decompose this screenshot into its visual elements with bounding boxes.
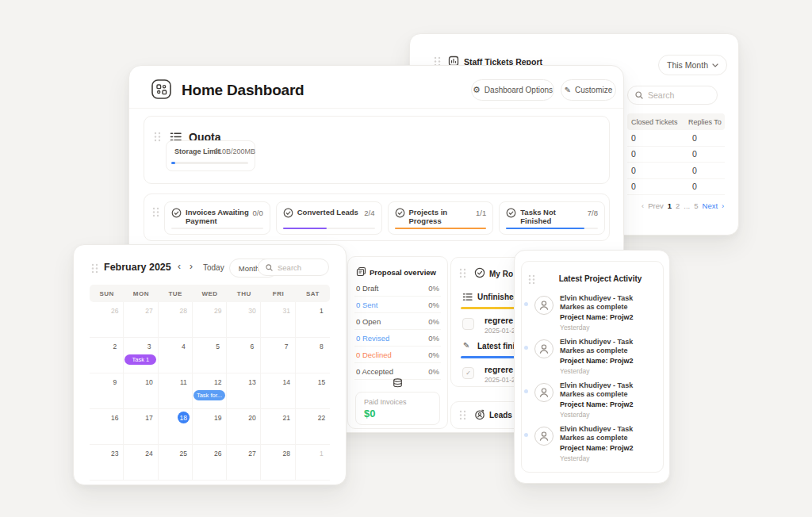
task-checkbox-checked[interactable]: ✓ [462, 367, 474, 379]
drag-handle-icon[interactable] [154, 132, 161, 142]
day-number: 7 [281, 340, 293, 352]
calendar-day-cell[interactable]: 26 [90, 302, 124, 338]
calendar-day-cell[interactable]: 17 [124, 409, 158, 445]
calendar-month-title: February 2025 [104, 262, 171, 273]
calendar-day-cell[interactable]: 20 [227, 409, 261, 445]
calendar-day-cell[interactable]: 27 [124, 302, 158, 338]
calendar-day-cell[interactable]: 27 [227, 445, 261, 481]
stat-value: 1/1 [476, 209, 486, 217]
calendar-day-cell[interactable]: 13 [227, 373, 261, 409]
proposal-row[interactable]: 0 Open 0% [354, 313, 441, 330]
calendar-day-cell[interactable]: 30 [227, 302, 261, 338]
calendar-day-cell[interactable]: 24 [124, 445, 158, 481]
proposal-row[interactable]: 0 Revised 0% [354, 330, 441, 347]
calendar-prev-icon[interactable]: ‹ [178, 261, 181, 272]
activity-item[interactable]: Elvin Khudiyev - Task Markes as complete… [522, 425, 663, 469]
calendar-day-cell[interactable]: 26 [193, 445, 227, 481]
stat-card[interactable]: Projects in Progress 1/1 [388, 201, 494, 235]
day-number: 4 [178, 340, 190, 352]
calendar-day-cell[interactable]: 16 [90, 409, 124, 445]
person-circle-icon [534, 296, 553, 315]
task-title[interactable]: regrere [485, 365, 513, 374]
table-row[interactable]: 0 0 [627, 179, 725, 196]
stat-progress-fill [283, 228, 327, 230]
calendar-day-cell[interactable]: 2 [90, 338, 124, 373]
activity-item[interactable]: Elvin Khudiyev - Task Markes as complete… [522, 381, 663, 425]
calendar-day-cell[interactable]: 22 [296, 409, 330, 445]
calendar-day-cell[interactable]: 18 [159, 409, 193, 445]
customize-button[interactable]: ✎ Customize [561, 79, 616, 101]
calendar-day-cell[interactable]: 21 [261, 409, 295, 445]
drag-handle-icon[interactable] [528, 274, 535, 285]
customize-label: Customize [575, 86, 612, 94]
proposal-row[interactable]: 0 Declined 0% [354, 347, 441, 363]
drag-handle-icon[interactable] [459, 268, 466, 278]
day-number: 12 [212, 376, 224, 388]
calendar-day-cell[interactable]: 28 [159, 302, 193, 338]
calendar-event-chip[interactable]: Task 1 [124, 354, 156, 365]
day-number: 24 [144, 447, 155, 459]
calendar-day-cell[interactable]: 11 [159, 373, 193, 409]
table-row[interactable]: 0 0 [627, 163, 725, 179]
calendar-day-cell[interactable]: 12 Task for... [193, 373, 227, 409]
drag-handle-icon[interactable] [152, 207, 159, 217]
proposal-row[interactable]: 0 Sent 0% [354, 297, 441, 313]
period-selector-label: This Month [667, 60, 708, 70]
next-arrow-icon[interactable]: › [722, 201, 724, 210]
day-number: 25 [178, 447, 190, 459]
proposal-row[interactable]: 0 Draft 0% [354, 280, 441, 297]
day-header: WED [193, 290, 227, 297]
calendar-day-cell[interactable]: 19 [193, 409, 227, 445]
calendar-day-cell[interactable]: 15 [296, 373, 330, 409]
next-button[interactable]: Next [703, 201, 718, 210]
page-number[interactable]: 2 [676, 201, 680, 210]
calendar-day-cell[interactable]: 29 [193, 302, 227, 338]
prev-button[interactable]: Prev [648, 201, 664, 210]
calendar-day-cell[interactable]: 23 [90, 445, 124, 481]
calendar-day-cell[interactable]: 25 [159, 445, 193, 481]
calendar-day-cell[interactable]: 28 [261, 445, 295, 481]
calendar-day-cell[interactable]: 10 [124, 373, 158, 409]
calendar-next-icon[interactable]: › [190, 261, 193, 272]
calendar-day-cell[interactable]: 31 [261, 302, 295, 338]
page-number[interactable]: 5 [694, 201, 698, 210]
calendar-day-cell[interactable]: 9 [90, 373, 124, 409]
day-number: 28 [178, 304, 190, 316]
calendar-day-cell[interactable]: 8 [296, 338, 330, 373]
calendar-day-cell[interactable]: 1 [296, 302, 330, 338]
activity-item[interactable]: Elvin Khudiyev - Task Markes as complete… [522, 294, 663, 338]
drag-handle-icon[interactable] [459, 410, 466, 420]
calendar-day-cell[interactable]: 1 [296, 445, 330, 481]
tickets-search-input[interactable]: Search [627, 86, 718, 105]
calendar-day-cell[interactable]: 3 Task 1 [124, 338, 158, 373]
table-row[interactable]: 0 0 [627, 130, 725, 147]
calendar-day-cell[interactable]: 14 [261, 373, 295, 409]
calendar-event-chip[interactable]: Task for... [193, 390, 225, 400]
table-row[interactable]: 0 0 [627, 147, 725, 163]
dashboard-options-button[interactable]: ⚙ Dashboard Options [471, 79, 554, 101]
unfinished-section-label[interactable]: Unfinished [477, 293, 519, 301]
stat-card[interactable]: Tasks Not Finished 7/8 [499, 201, 605, 235]
day-number: 19 [212, 412, 224, 423]
calendar-day-cell[interactable]: 4 [159, 338, 193, 373]
today-button[interactable]: Today [203, 263, 224, 272]
day-number: 18 [178, 412, 190, 423]
calendar-day-cell[interactable]: 7 [261, 338, 295, 373]
calendar-search-input[interactable]: Search [258, 258, 329, 276]
activity-item-title: Elvin Khudiyev - Task Markes as complete [560, 294, 659, 312]
activity-item[interactable]: Elvin Khudiyev - Task Markes as complete… [522, 338, 663, 381]
stat-card[interactable]: Invoices Awaiting Payment 0/0 [164, 201, 270, 235]
drag-handle-icon[interactable] [91, 263, 98, 274]
page-number[interactable]: ... [684, 201, 690, 210]
task-checkbox[interactable] [462, 318, 474, 330]
calendar-day-cell[interactable]: 6 [227, 338, 261, 373]
stat-card[interactable]: Converted Leads 2/4 [276, 201, 382, 235]
prev-arrow-icon[interactable]: ‹ [642, 201, 644, 210]
calendar-day-cell[interactable]: 5 [193, 338, 227, 373]
list-lines-icon [462, 293, 473, 301]
proposal-row[interactable]: 0 Accepted 0% [354, 363, 441, 380]
page-number[interactable]: 1 [668, 201, 672, 210]
task-title[interactable]: regrere [485, 316, 513, 325]
proposal-status-label: 0 Declined [356, 350, 392, 359]
period-selector[interactable]: This Month [658, 55, 727, 75]
